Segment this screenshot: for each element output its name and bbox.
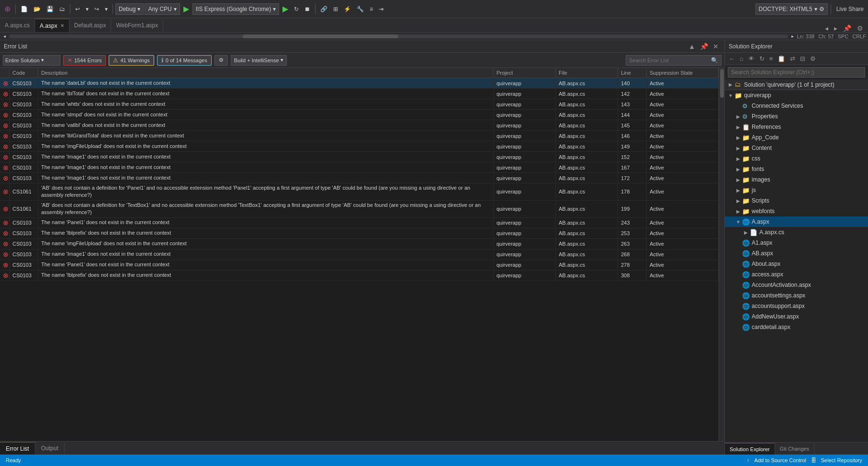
- table-row[interactable]: ⊗ CS0103 The name 'Image1' does not exis…: [0, 152, 719, 162]
- se-show-all-btn[interactable]: 👁: [746, 54, 756, 63]
- error-search-input[interactable]: [629, 57, 709, 63]
- se-pending-changes-btn[interactable]: 📋: [776, 54, 787, 63]
- tab-webform1[interactable]: WebForm1.aspx: [111, 19, 163, 32]
- col-file[interactable]: File: [556, 68, 618, 78]
- table-row[interactable]: ⊗ CS0103 The name 'Panel1' does not exis…: [0, 218, 719, 228]
- restart-btn[interactable]: ↻: [292, 5, 301, 13]
- tree-item[interactable]: 🌐carddetail.aspx: [725, 322, 868, 332]
- col-code[interactable]: Code: [10, 68, 38, 78]
- se-collapse-btn[interactable]: ≡: [767, 54, 775, 63]
- se-back-btn[interactable]: ←: [727, 54, 737, 63]
- new-project-btn[interactable]: 📄: [18, 5, 30, 13]
- col-suppression[interactable]: Suppression State: [647, 68, 719, 78]
- table-row[interactable]: ⊗ CS0103 The name 'lblTotal' does not ex…: [0, 89, 719, 99]
- redo-btn[interactable]: ↪: [92, 5, 101, 13]
- table-row[interactable]: ⊗ CS0103 The name 'Panel1' does not exis…: [0, 260, 719, 271]
- col-line[interactable]: Line: [618, 68, 647, 78]
- table-row[interactable]: ⊗ CS0103 The name 'Image1' does not exis…: [0, 162, 719, 173]
- vertical-scrollbar[interactable]: [719, 68, 724, 441]
- tab-aaspx[interactable]: A.aspx ✕: [35, 19, 69, 32]
- col-icon[interactable]: [0, 68, 10, 78]
- format-btn[interactable]: ≡: [367, 5, 375, 13]
- scroll-left-btn[interactable]: ◂: [2, 34, 7, 39]
- bottom-tab-error-list[interactable]: Error List: [0, 442, 35, 455]
- se-home-btn[interactable]: ⌂: [738, 54, 745, 63]
- table-row[interactable]: ⊗ CS0103 The name 'imgFileUpload' does n…: [0, 141, 719, 152]
- debug-dropdown[interactable]: Debug ▾: [115, 3, 144, 15]
- horizontal-scrollbar[interactable]: [9, 34, 788, 38]
- tree-item[interactable]: 🌐accountsettings.aspx: [725, 290, 868, 301]
- table-row[interactable]: ⊗ CS0103 The name 'stmpd' does not exist…: [0, 110, 719, 120]
- tab-pin-btn[interactable]: 📌: [840, 24, 854, 32]
- tree-item-solution[interactable]: ▶ 🗂 Solution 'quirverapp' (1 of 1 projec…: [725, 80, 868, 90]
- attach-btn[interactable]: 🔗: [318, 5, 330, 13]
- tree-item[interactable]: 🌐AB.aspx: [725, 248, 868, 259]
- tree-item[interactable]: ⚙Connected Services: [725, 101, 868, 111]
- tree-item[interactable]: ▶📁fonts: [725, 164, 868, 174]
- table-row[interactable]: ⊗ CS0103 The name 'Image1' does not exis…: [0, 173, 719, 183]
- error-table-scroll[interactable]: Code Description Project File Line Suppr…: [0, 68, 719, 441]
- tools-btn[interactable]: 🔧: [354, 5, 366, 13]
- tree-item[interactable]: ▶⚙Properties: [725, 111, 868, 122]
- save-all-btn[interactable]: 🗂: [57, 5, 68, 13]
- indent-btn[interactable]: ⇥: [376, 5, 386, 13]
- tree-item[interactable]: ▶📁images: [725, 174, 868, 185]
- redo-dropdown-btn[interactable]: ▾: [102, 5, 110, 13]
- col-description[interactable]: Description: [38, 68, 494, 78]
- cpu-dropdown[interactable]: Any CPU ▾: [145, 3, 180, 15]
- table-row[interactable]: ⊗ CS0103 The name 'lblprefix' does not e…: [0, 228, 719, 239]
- warnings-filter-btn[interactable]: ⚠ 41 Warnings: [109, 55, 154, 66]
- stop-btn[interactable]: ⏹: [302, 5, 313, 13]
- table-row[interactable]: ⊗ CS0103 The name 'lblGrandTotal' does n…: [0, 131, 719, 141]
- panel-pin-btn[interactable]: 📌: [698, 43, 710, 50]
- tree-item[interactable]: 🌐A1.aspx: [725, 238, 868, 248]
- se-search-box[interactable]: [728, 67, 865, 78]
- tree-item[interactable]: ▶📁Content: [725, 143, 868, 153]
- tree-item[interactable]: ▶📋References: [725, 122, 868, 132]
- run-btn[interactable]: ▶: [181, 3, 192, 14]
- scroll-right-btn[interactable]: ▸: [790, 34, 795, 39]
- undo-dropdown-btn[interactable]: ▾: [83, 5, 91, 13]
- se-filter-btn[interactable]: ⊟: [798, 54, 807, 63]
- tree-item[interactable]: ▶📁Scripts: [725, 195, 868, 206]
- errors-filter-btn[interactable]: ✕ 1544 Errors: [63, 55, 106, 66]
- scope-dropdown[interactable]: Entire Solution ▾: [3, 55, 60, 66]
- error-search-box[interactable]: 🔍: [626, 55, 721, 66]
- save-btn[interactable]: 💾: [44, 5, 56, 13]
- se-refresh-btn[interactable]: ↻: [757, 54, 767, 63]
- perf-btn[interactable]: ⚡: [341, 5, 353, 13]
- se-sync-btn[interactable]: ⇄: [788, 54, 797, 63]
- tab-defaultaspx[interactable]: Default.aspx: [69, 19, 112, 32]
- tree-item[interactable]: 🌐access.aspx: [725, 269, 868, 280]
- tree-item[interactable]: 🌐accountsupport.aspx: [725, 301, 868, 311]
- tab-scroll-right[interactable]: ▸: [831, 24, 840, 32]
- se-tab-git-changes[interactable]: Git Changes: [775, 443, 814, 455]
- table-row[interactable]: ⊗ CS0103 The name 'whttx' does not exist…: [0, 99, 719, 110]
- table-row[interactable]: ⊗ CS0103 The name 'vatlbl' does not exis…: [0, 120, 719, 131]
- filter-settings-btn[interactable]: ⚙: [214, 55, 228, 66]
- table-row[interactable]: ⊗ CS0103 The name 'imgFileUpload' does n…: [0, 239, 719, 250]
- se-search-input[interactable]: [731, 69, 862, 76]
- tab-scroll-left[interactable]: ◂: [822, 24, 831, 32]
- tree-item[interactable]: ▼📁quirverapp: [725, 90, 868, 101]
- status-select-repository[interactable]: Select Repository: [819, 457, 864, 463]
- live-share-btn[interactable]: Live Share: [834, 5, 866, 13]
- tree-item[interactable]: ▶📁webfonts: [725, 206, 868, 216]
- tree-item[interactable]: 🌐About.aspx: [725, 259, 868, 269]
- tree-item[interactable]: ▶📄A.aspx.cs: [725, 227, 868, 238]
- tab-close-aaspx[interactable]: ✕: [60, 23, 64, 28]
- se-tab-solution-explorer[interactable]: Solution Explorer: [725, 443, 775, 455]
- se-settings-btn[interactable]: ⚙: [808, 54, 818, 63]
- iis-dropdown[interactable]: IIS Express (Google Chrome) ▾: [192, 3, 279, 15]
- open-btn[interactable]: 📂: [31, 5, 43, 13]
- col-project[interactable]: Project: [494, 68, 556, 78]
- messages-filter-btn[interactable]: ℹ 0 of 14 Messages: [157, 55, 212, 66]
- tree-item[interactable]: ▶📁css: [725, 153, 868, 164]
- undo-btn[interactable]: ↩: [73, 5, 82, 13]
- tab-settings-btn[interactable]: ⚙: [854, 24, 866, 32]
- doctype-dropdown[interactable]: DOCTYPE: XHTML5 ▾ ⚙: [755, 3, 828, 15]
- windows-btn[interactable]: ⊞: [331, 5, 340, 13]
- table-row[interactable]: ⊗ CS1061 'AB' does not contain a definit…: [0, 183, 719, 201]
- tree-item[interactable]: 🌐AddNewUser.aspx: [725, 311, 868, 322]
- tree-item[interactable]: ▶📁js: [725, 185, 868, 195]
